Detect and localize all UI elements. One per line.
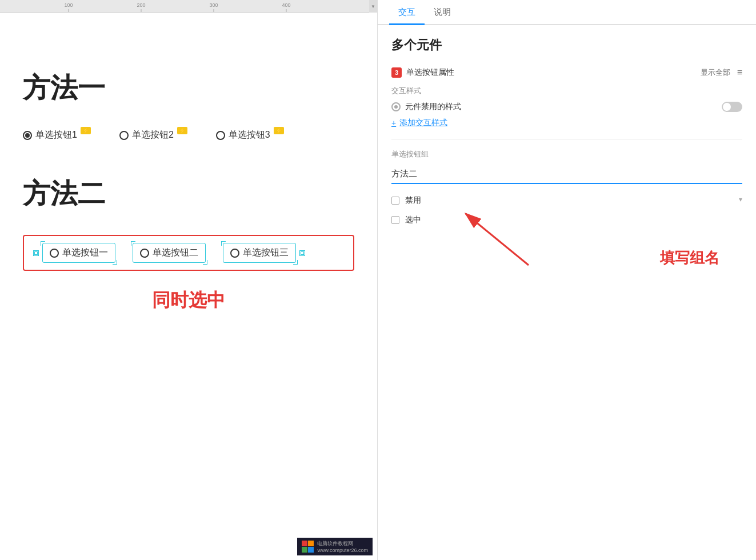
logo-sq-blue: [308, 547, 314, 553]
method2-radio-circle-3: [230, 249, 239, 258]
disabled-style-toggle[interactable]: [722, 102, 742, 112]
method2-box: 单选按钮一 单选按钮二 单选按钮三: [23, 235, 354, 271]
disabled-checkbox[interactable]: [391, 197, 399, 205]
watermark-line2: www.computer26.com: [317, 547, 368, 553]
radio-item-3[interactable]: 单选按钮3 ⚡: [216, 129, 284, 141]
radio-label-2: 单选按钮2: [132, 129, 174, 141]
selected-checkbox[interactable]: [391, 216, 399, 224]
scroll-indicator[interactable]: [369, 0, 377, 13]
method1-title: 方法一: [23, 70, 354, 106]
method2-radio-wrapper-3: 单选按钮三: [223, 243, 305, 263]
property-section-title: 3 单选按钮属性: [391, 67, 454, 78]
canvas-content: 方法一 单选按钮1 ⚡ 单选按钮2 ⚡ 单选按钮3 ⚡ 方法二: [0, 13, 377, 560]
radio-group-dropdown[interactable]: 方法二: [391, 165, 742, 184]
canvas-area: 100 200 300 400 方法一 单选按钮1 ⚡ 单选按钮2 ⚡: [0, 0, 377, 560]
right-panel: 交互 说明 多个元件 3 单选按钮属性 显示全部 ≡ 交互样式: [377, 0, 756, 560]
method2-radio-circle-1: [50, 249, 59, 258]
outer-handle-3: [299, 250, 305, 256]
selected-checkbox-label: 选中: [405, 215, 421, 225]
radio-group-value: 方法二: [391, 169, 417, 179]
method2-radio-wrapper-1: 单选按钮一: [33, 243, 115, 263]
method2-radio-label-2: 单选按钮二: [153, 247, 198, 259]
interaction-style-label: 交互样式: [391, 86, 742, 96]
watermark-text-block: 电脑软件教程网 www.computer26.com: [317, 540, 368, 553]
method2-radio-label-1: 单选按钮一: [62, 247, 108, 259]
section-actions: 显示全部 ≡: [701, 67, 742, 78]
svg-line-1: [466, 214, 529, 265]
corner-tl-3: [221, 241, 226, 246]
tab-interaction[interactable]: 交互: [389, 1, 425, 25]
show-all-button[interactable]: 显示全部: [701, 67, 730, 78]
method2-radio-label-3: 单选按钮三: [243, 247, 289, 259]
radio-circle-1: [23, 131, 32, 140]
property-section-header: 3 单选按钮属性 显示全部 ≡: [391, 67, 742, 78]
watermark: 电脑软件教程网 www.computer26.com: [297, 538, 373, 555]
method2-radio-3[interactable]: 单选按钮三: [223, 243, 296, 263]
disabled-style-item: 元件禁用的样式: [391, 102, 742, 112]
method2-title: 方法二: [23, 175, 354, 212]
panel-tabs: 交互 说明: [378, 0, 756, 25]
menu-icon[interactable]: ≡: [737, 67, 742, 78]
panel-content: 多个元件 3 单选按钮属性 显示全部 ≡ 交互样式 元件禁用的样式: [378, 25, 756, 560]
corner-tl-2: [131, 241, 135, 246]
watermark-logo: [302, 541, 314, 553]
method2-section: 方法二 单选按钮一 单选按钮二: [23, 175, 354, 313]
inner-dot: [394, 105, 398, 109]
add-interaction-button[interactable]: + 添加交互样式: [391, 118, 742, 128]
ruler-tick-400: 400: [282, 2, 290, 12]
annotation-area: 填写组名: [391, 248, 742, 268]
corner-br-3: [293, 260, 298, 265]
logo-grid: [302, 541, 314, 553]
lightning-badge-1: ⚡: [81, 127, 91, 134]
add-interaction-label: 添加交互样式: [399, 118, 447, 128]
radio-item-2[interactable]: 单选按钮2 ⚡: [119, 129, 187, 141]
tab-description[interactable]: 说明: [425, 1, 460, 25]
logo-sq-red: [302, 541, 307, 546]
radio-circle-2: [119, 131, 129, 140]
disabled-checkbox-label: 禁用: [405, 195, 421, 206]
simultaneous-text: 同时选中: [23, 288, 354, 313]
section-badge: 3: [391, 67, 402, 78]
dropdown-arrow-icon: ▾: [739, 195, 742, 203]
method2-radio-2[interactable]: 单选按钮二: [133, 243, 206, 263]
radio-group-field-label: 单选按钮组: [391, 149, 742, 159]
outer-handle-1: [33, 250, 39, 256]
radio-label-3: 单选按钮3: [229, 129, 270, 141]
divider: [391, 139, 742, 140]
watermark-line1: 电脑软件教程网: [317, 540, 368, 547]
disabled-style-label: 元件禁用的样式: [405, 102, 717, 112]
property-title-text: 单选按钮属性: [406, 67, 454, 78]
ruler: 100 200 300 400: [0, 0, 377, 13]
method2-radio-1[interactable]: 单选按钮一: [42, 243, 115, 263]
logo-sq-orange: [308, 541, 314, 546]
radio-label-1: 单选按钮1: [35, 129, 77, 141]
lightning-badge-2: ⚡: [177, 127, 187, 134]
ruler-tick-300: 300: [209, 2, 218, 12]
lightning-badge-3: ⚡: [274, 127, 284, 134]
radio-group-dropdown-container: 方法二 ▾: [391, 165, 742, 184]
corner-br-2: [203, 260, 207, 265]
ruler-tick-200: 200: [137, 2, 145, 12]
disabled-style-radio-icon: [391, 102, 401, 111]
radio-group-method1: 单选按钮1 ⚡ 单选按钮2 ⚡ 单选按钮3 ⚡: [23, 129, 354, 141]
panel-main-title: 多个元件: [391, 37, 742, 54]
annotation-arrow-svg: [437, 202, 540, 271]
corner-tl-1: [41, 241, 45, 246]
ruler-tick-100: 100: [64, 2, 73, 12]
property-section: 3 单选按钮属性 显示全部 ≡ 交互样式 元件禁用的样式 + 添加交互样式: [391, 67, 742, 268]
radio-circle-3: [216, 131, 225, 140]
add-icon: +: [391, 118, 396, 127]
logo-sq-green: [302, 547, 307, 553]
corner-br-1: [113, 260, 117, 265]
method2-radio-circle-2: [140, 249, 149, 258]
radio-item-1[interactable]: 单选按钮1 ⚡: [23, 129, 91, 141]
